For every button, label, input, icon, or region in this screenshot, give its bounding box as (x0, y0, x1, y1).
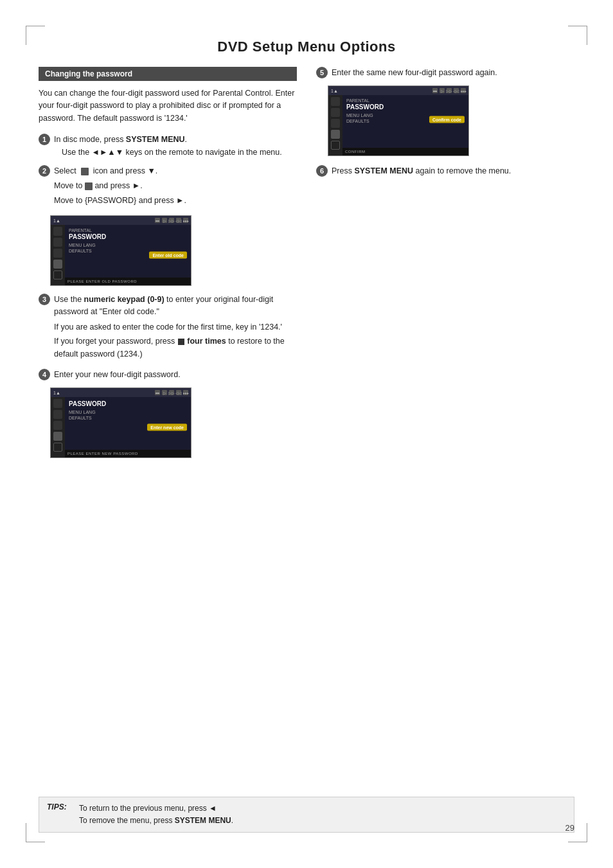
setup-icon (85, 182, 93, 190)
dvd-screen-1: 1▲ ▬ ▷ ▷▷ ◁◁ ▸▸▸ PARENTAL PASSWORD (50, 215, 191, 286)
corner-mark-tl (26, 26, 45, 45)
step-6-number: 6 (316, 165, 328, 177)
dvd-sidebar-3-item-1 (331, 97, 340, 106)
step-6-content: Press SYSTEM MENU again to remove the me… (332, 165, 574, 177)
tips-line-1: To return to the previous menu, press ◄ (79, 802, 233, 815)
stop-icon (178, 339, 184, 345)
step-3-number: 3 (39, 294, 50, 305)
tips-content: To return to the previous menu, press ◄ … (79, 802, 233, 827)
dvd-icon-3e: ▸▸▸ (461, 88, 466, 93)
dvd-top-bar-3: 1▲ ▬ ▷ ▷▷ ◁◁ ▸▸▸ (328, 86, 468, 95)
dvd-sidebar-3-item-2 (331, 108, 340, 117)
dvd-sidebar-3 (328, 95, 342, 155)
dvd-category-1: PARENTAL (69, 228, 187, 233)
step-1-sub: Use the ◄►▲▼ keys on the remote to navig… (62, 148, 282, 157)
step-3-content: Use the numeric keypad (0-9) to enter yo… (54, 294, 297, 362)
dvd-sidebar-item-5 (53, 270, 62, 279)
tips-bar: TIPS: To return to the previous menu, pr… (39, 797, 574, 833)
dvd-bottom-text-2: PLEASE ENTER NEW PASSWORD (67, 452, 138, 456)
dvd-sidebar-item-3 (53, 249, 62, 258)
dvd-sidebar-2 (51, 397, 65, 457)
step-2-sub: Move to and press ►. Move to {PASSWORD} … (54, 180, 297, 207)
dvd-bottom-bar-2: PLEASE ENTER NEW PASSWORD (65, 450, 191, 457)
dvd-icon-5: ▸▸▸ (183, 218, 188, 223)
dvd-top-bar-2: 1▲ ▬ ▷ ▷▷ ◁◁ ▸▸▸ (51, 388, 191, 397)
dvd-icon-2b: ▷ (162, 390, 167, 395)
dvd-icon-2c: ▷▷ (169, 390, 174, 395)
dvd-top-bar-1: 1▲ ▬ ▷ ▷▷ ◁◁ ▸▸▸ (51, 216, 191, 225)
dvd-sidebar-2-item-1 (53, 399, 62, 408)
dvd-sidebar-item-2 (53, 238, 62, 247)
page-number: 29 (565, 823, 574, 833)
dvd-menu-title-3: PASSWORD (346, 103, 465, 111)
step-4: 4 Enter your new four-digit password. (39, 369, 297, 381)
tips-line-2: To remove the menu, press SYSTEM MENU. (79, 815, 233, 827)
left-column: Changing the password You can change the… (39, 67, 297, 466)
dvd-icon-2: ▷ (162, 218, 167, 223)
dvd-icon-2e: ▸▸▸ (183, 390, 188, 395)
step-5-content: Enter the same new four-digit password a… (332, 67, 574, 79)
dvd-category-3: PARENTAL (346, 98, 465, 103)
dvd-sidebar-2-item-2 (53, 410, 62, 419)
step-1: 1 In disc mode, press SYSTEM MENU. Use t… (39, 134, 297, 159)
dvd-menu-title-1: PASSWORD (69, 233, 187, 240)
step-4-number: 4 (39, 369, 50, 380)
step-5: 5 Enter the same new four-digit password… (316, 67, 574, 79)
right-column: 5 Enter the same new four-digit password… (316, 67, 574, 466)
dvd-body-2: PASSWORD MENU LANG DEFAULTS Enter new co… (51, 397, 191, 457)
dvd-body-3: PARENTAL PASSWORD MENU LANG DEFAULTS Con… (328, 95, 468, 155)
dvd-sidebar-item-4 (53, 260, 62, 269)
tips-label: TIPS: (47, 802, 73, 827)
dvd-icon-3: ▷▷ (169, 218, 174, 223)
step-3-bold: numeric keypad (0-9) (84, 295, 164, 304)
dvd-bottom-bar-1: PLEASE ENTER OLD PASSWORD (65, 278, 191, 285)
step-1-content: In disc mode, press SYSTEM MENU. Use the… (54, 134, 297, 159)
step-3-sub: If you are asked to enter the code for t… (54, 321, 297, 360)
step-6-bold: SYSTEM MENU (354, 166, 413, 175)
step-2-sub2: Move to {PASSWORD} and press ►. (54, 195, 297, 207)
step-5-number: 5 (316, 67, 328, 78)
dvd-confirm-code: Confirm code (429, 116, 465, 123)
dvd-icon-3c: ▷▷ (447, 88, 452, 93)
dvd-icon-3d: ◁◁ (454, 88, 459, 93)
step-2-sub1: Move to and press ►. (54, 180, 297, 192)
dvd-sidebar-item-1 (53, 227, 62, 236)
step-1-bold: SYSTEM MENU (126, 135, 185, 144)
dvd-main-1: PARENTAL PASSWORD MENU LANG DEFAULTS Ent… (65, 225, 191, 285)
dvd-sidebar-3-item-3 (331, 119, 340, 128)
page-title: DVD Setup Menu Options (0, 0, 613, 67)
dvd-enter-new-code: Enter new code (147, 424, 187, 431)
dvd-screen-2: 1▲ ▬ ▷ ▷▷ ◁◁ ▸▸▸ PASSWORD MENU LANG (50, 387, 191, 458)
dvd-sidebar-3-item-5 (331, 141, 340, 150)
dvd-bottom-text-1: PLEASE ENTER OLD PASSWORD (67, 279, 137, 283)
corner-mark-tr (568, 26, 587, 45)
dvd-channel-num: 1▲ (53, 218, 60, 223)
content-area: Changing the password You can change the… (0, 67, 613, 466)
step-3-sub1: If you are asked to enter the code for t… (54, 321, 297, 333)
dvd-channel-num-2: 1▲ (53, 391, 60, 395)
step-2-content: Select icon and press ▼. Move to and pre… (54, 165, 297, 209)
step-6: 6 Press SYSTEM MENU again to remove the … (316, 165, 574, 177)
step-3-four-times: four times (187, 337, 226, 346)
step-2-icon-text: icon and press ▼. (93, 166, 158, 175)
tips-system-menu: SYSTEM MENU (175, 816, 231, 825)
dvd-enter-old-code: Enter old code (149, 252, 187, 259)
step-1-number: 1 (39, 134, 50, 145)
dvd-bottom-text-3: Confirm (345, 150, 366, 154)
dvd-icon-2d: ◁◁ (176, 390, 181, 395)
dvd-sidebar-2-item-4 (53, 432, 62, 441)
dvd-icon-1: ▬ (155, 218, 160, 223)
dvd-sidebar-3-item-4 (331, 130, 340, 139)
dvd-sidebar-2-item-5 (53, 443, 62, 452)
step-2: 2 Select icon and press ▼. Move to and p… (39, 165, 297, 209)
dvd-channel-num-3: 1▲ (331, 89, 338, 93)
dvd-menu-item-2b: DEFAULTS (69, 415, 187, 421)
dvd-bottom-bar-3: Confirm (342, 148, 468, 155)
section-intro: You can change the four-digit password u… (39, 87, 297, 125)
dvd-menu-item-2a: MENU LANG (69, 409, 187, 415)
dvd-icon-2a: ▬ (155, 390, 160, 395)
dvd-icon-3b: ▷ (440, 88, 445, 93)
dvd-menu-title-2: PASSWORD (69, 400, 187, 407)
dvd-body-1: PARENTAL PASSWORD MENU LANG DEFAULTS Ent… (51, 225, 191, 285)
dvd-main-3: PARENTAL PASSWORD MENU LANG DEFAULTS Con… (342, 95, 468, 155)
